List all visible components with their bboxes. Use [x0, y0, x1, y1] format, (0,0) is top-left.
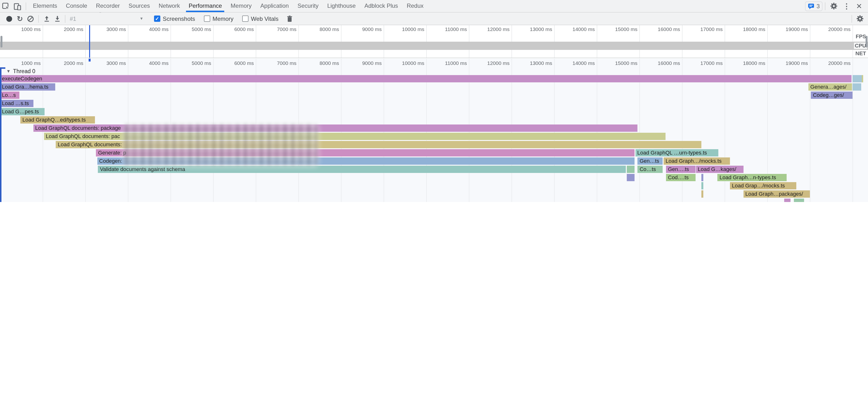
ruler-tick-label: 15000 ms	[599, 26, 638, 32]
ruler-tick-label: 9000 ms	[343, 26, 382, 32]
record-button[interactable]	[4, 13, 14, 24]
settings-gear-icon[interactable]	[828, 1, 840, 11]
flame-bar[interactable]	[784, 198, 791, 202]
tab-redux[interactable]: Redux	[402, 0, 428, 12]
tab-application[interactable]: Application	[256, 0, 293, 12]
tab-performance[interactable]: Performance	[184, 0, 226, 12]
tab-memory[interactable]: Memory	[226, 0, 256, 12]
ruler-tick-label: 1000 ms	[2, 60, 41, 66]
ruler-tick-label: 4000 ms	[130, 60, 168, 66]
gridline	[640, 25, 640, 58]
overview-left-handle[interactable]	[0, 36, 2, 48]
flame-bar-cod-ts[interactable]: Cod….ts	[666, 174, 695, 181]
flame-bar-label: Genera…ages/	[808, 84, 846, 90]
tab-recorder[interactable]: Recorder	[92, 0, 124, 12]
tab-console[interactable]: Console	[62, 0, 92, 12]
ruler-tick-label: 15000 ms	[599, 60, 638, 66]
tab-elements[interactable]: Elements	[29, 0, 62, 12]
capture-settings-gear-icon[interactable]	[855, 13, 865, 24]
flame-bar-load-gra-hema-ts[interactable]: Load Gra…hema.ts	[0, 83, 56, 91]
thread-header[interactable]: ▼ Thread 0	[6, 68, 35, 74]
flame-bar-load-graph-n-types-ts[interactable]: Load Graph…n-types.ts	[718, 174, 786, 181]
flame-bar-genera-ages-[interactable]: Genera…ages/	[808, 83, 852, 91]
chevron-down-icon: ▼	[140, 17, 144, 21]
devtools-tabbar: ElementsConsoleRecorderSourcesNetworkPer…	[0, 0, 868, 12]
ruler-tick-label: 7000 ms	[258, 60, 297, 66]
ruler-tick-label: 18000 ms	[726, 26, 765, 32]
divider	[851, 15, 852, 23]
checkbox-checked-icon[interactable]: ✓	[154, 15, 160, 22]
save-profile-button[interactable]	[52, 13, 62, 24]
ruler-tick-label: 8000 ms	[300, 26, 339, 32]
flame-bar-gen-ts[interactable]: Gen…ts	[638, 157, 663, 165]
flame-bar-label: Load GraphQL documents: package	[33, 125, 121, 131]
flame-bar-label: Load Gra…hema.ts	[0, 84, 49, 90]
flame-bar[interactable]	[794, 198, 804, 202]
tab-lighthouse[interactable]: Lighthouse	[323, 0, 360, 12]
timeline-overview[interactable]: 1000 ms2000 ms3000 ms4000 ms5000 ms6000 …	[0, 25, 868, 58]
ruler-tick-label: 14000 ms	[556, 26, 595, 32]
flame-bar-lo-s[interactable]: Lo…s	[0, 92, 20, 99]
flame-bar-label: executeCodegen	[0, 75, 42, 82]
flame-chart[interactable]: 1000 ms2000 ms3000 ms4000 ms5000 ms6000 …	[0, 59, 868, 202]
device-toolbar-icon[interactable]	[11, 1, 23, 11]
flame-bar-load-s-ts[interactable]: Load …s.ts	[0, 100, 33, 107]
issues-button[interactable]: 3	[805, 1, 823, 11]
flame-bar-load-graph-mocks-ts[interactable]: Load Graph…/mocks.ts	[663, 157, 730, 165]
flame-bar[interactable]	[852, 75, 862, 82]
flame-bar[interactable]	[852, 83, 861, 91]
flame-bar[interactable]	[702, 174, 703, 181]
flame-bar-load-graphql-documents-package[interactable]: Load GraphQL documents: package	[33, 124, 637, 132]
flame-bar[interactable]	[627, 174, 634, 181]
more-options-icon[interactable]: ⋮	[840, 2, 854, 10]
flame-bar[interactable]	[862, 75, 863, 82]
overview-right-handle[interactable]	[866, 36, 868, 48]
gridline	[597, 25, 597, 58]
load-profile-button[interactable]	[41, 13, 52, 24]
gridline	[42, 25, 43, 58]
reload-and-record-button[interactable]: ↻	[14, 13, 25, 24]
flame-bar-validate-documents-against-schema[interactable]: Validate documents against schema	[98, 166, 626, 173]
history-dropdown[interactable]: #1 ▼	[68, 14, 145, 24]
trash-icon[interactable]	[284, 13, 295, 24]
flame-bar-label: Load Graph…n-types.ts	[718, 175, 776, 180]
flame-bar-executecodegen[interactable]: executeCodegen	[0, 75, 851, 82]
tab-network[interactable]: Network	[154, 0, 184, 12]
divider	[26, 2, 26, 10]
close-devtools-icon[interactable]: ✕	[854, 2, 865, 10]
chevron-expanded-icon: ▼	[6, 69, 11, 74]
flame-bar-label: Load Graph…packages/	[743, 191, 803, 197]
flame-bar-label: Load GraphQL documents: pac	[44, 133, 120, 139]
flame-bar-load-graphq-ed-types-ts[interactable]: Load GraphQ…ed/types.ts	[20, 116, 95, 124]
flame-bar-codeg-ges-[interactable]: Codeg…ges/	[811, 92, 852, 99]
checkbox-unchecked-icon[interactable]	[204, 15, 210, 22]
checkbox-unchecked-icon[interactable]	[242, 15, 248, 22]
ruler-tick-label: 20000 ms	[812, 26, 850, 32]
flame-bar-co-ts[interactable]: Co…ts	[638, 166, 663, 173]
inspect-element-icon[interactable]	[0, 1, 11, 11]
flame-bar-label: Codeg…ges/	[811, 92, 844, 98]
clear-button[interactable]	[25, 13, 36, 24]
checkbox-memory[interactable]: Memory	[204, 15, 234, 22]
flame-bar-gen-ts[interactable]: Gen….ts	[666, 166, 695, 173]
flame-bar[interactable]	[627, 166, 634, 173]
flame-bar[interactable]	[702, 182, 703, 189]
flame-bar-load-g-pes-ts[interactable]: Load G…pes.ts	[0, 108, 45, 115]
tab-sources[interactable]: Sources	[124, 0, 154, 12]
playhead-tick	[89, 59, 90, 62]
tab-security[interactable]: Security	[293, 0, 323, 12]
flame-bar-load-graphql-urn-types-ts[interactable]: Load GraphQL …urn-types.ts	[635, 149, 718, 156]
flame-bar-load-grap-mocks-ts[interactable]: Load Grap…/mocks.ts	[730, 182, 796, 189]
flame-bar-load-g-kages-[interactable]: Load G…kages/	[696, 166, 744, 173]
flame-bar-load-graph-packages-[interactable]: Load Graph…packages/	[743, 190, 810, 198]
tab-adblock-plus[interactable]: Adblock Plus	[360, 0, 403, 12]
ruler-tick-label: 14000 ms	[556, 60, 595, 66]
ruler-tick-label: 19000 ms	[769, 60, 808, 66]
flame-bar[interactable]	[702, 190, 703, 198]
selection-bracket-top	[0, 67, 5, 68]
ruler-tick-label: 10000 ms	[385, 60, 424, 66]
ruler-tick-label: 16000 ms	[641, 60, 680, 66]
checkbox-web-vitals[interactable]: Web Vitals	[242, 15, 279, 22]
flame-bar-label: Load GraphQ…ed/types.ts	[20, 117, 86, 123]
checkbox-screenshots[interactable]: ✓Screenshots	[154, 15, 195, 22]
